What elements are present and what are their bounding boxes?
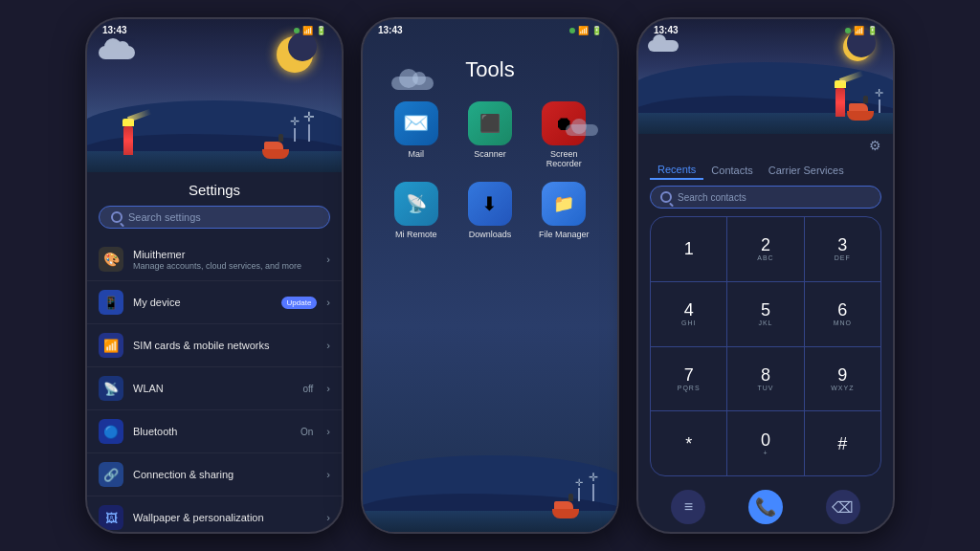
conn-texts: Connection & sharing — [133, 469, 317, 480]
bt-icon: 🔵 — [99, 419, 123, 444]
windmill-pole-1a — [308, 124, 310, 142]
key-0-num: 0 — [761, 431, 770, 449]
lighthouse-top-1 — [122, 119, 134, 126]
app-mail[interactable]: ✉️ Mail — [386, 101, 446, 168]
key-5[interactable]: 5 JKL — [727, 282, 804, 346]
windmill-1a: ✛ — [303, 109, 315, 142]
gear-icon[interactable]: ⚙ — [869, 138, 881, 153]
dialer-search-icon — [660, 191, 672, 203]
network-dot-1 — [294, 28, 300, 33]
call-button[interactable]: 📞 — [748, 490, 783, 524]
phone-home: 13:43 📶 🔋 — [361, 17, 619, 534]
home-hills: ✛ ✛ — [363, 436, 617, 532]
menu-button[interactable]: ≡ — [671, 490, 705, 524]
status-icons-1: 📶 🔋 — [294, 26, 326, 35]
network-dot-3 — [845, 28, 851, 33]
home-water — [363, 511, 617, 532]
ship-3 — [847, 103, 874, 121]
search-placeholder: Search settings — [128, 211, 201, 223]
sim-texts: SIM cards & mobile networks — [133, 340, 317, 351]
ship-chimney-1 — [278, 134, 283, 142]
key-8[interactable]: 8 TUV — [727, 347, 804, 411]
key-2-alpha: ABC — [757, 254, 773, 261]
dialer-tabs: Recents Contacts Carrier Services — [638, 153, 893, 186]
mydevice-texts: My device — [133, 297, 272, 308]
wall-icon: 🖼 — [99, 505, 123, 530]
key-hash[interactable]: # — [805, 411, 880, 475]
key-1[interactable]: 1 — [651, 217, 727, 281]
ship-chimney-3 — [863, 96, 868, 103]
key-3[interactable]: 3 DEF — [805, 217, 880, 281]
settings-item-wallpaper[interactable]: 🖼 Wallpaper & personalization › — [87, 496, 342, 534]
key-9[interactable]: 9 WXYZ — [805, 347, 880, 411]
bt-arrow: › — [326, 426, 330, 437]
lighthouse-3 — [835, 80, 845, 117]
home-ship-chimney — [568, 494, 573, 501]
home-windmill-2: ✛ — [575, 477, 583, 501]
settings-item-bluetooth[interactable]: 🔵 Bluetooth On › — [87, 410, 342, 453]
key-0[interactable]: 0 + — [727, 411, 804, 475]
status-time-3: 13:43 — [654, 25, 679, 35]
lighthouse-body-3 — [835, 88, 845, 117]
wlan-value: off — [302, 384, 313, 394]
app-filemanager[interactable]: 📁 File Manager — [534, 182, 594, 239]
settings-item-mydevice[interactable]: 📱 My device Update › — [87, 281, 342, 324]
miuithemer-texts: Miuithemer Manage accounts, cloud servic… — [133, 249, 317, 271]
app-scanner[interactable]: ⬛ Scanner — [459, 101, 520, 168]
phone-dialer: 13:43 📶 🔋 ✛ — [636, 17, 895, 534]
ship-top-1 — [264, 142, 283, 149]
settings-item-wlan[interactable]: 📡 WLAN off › — [87, 367, 342, 410]
wlan-title: WLAN — [133, 383, 293, 394]
app-downloads[interactable]: ⬇ Downloads — [459, 182, 520, 239]
key-6[interactable]: 6 MNO — [805, 282, 880, 346]
status-icons-3: 📶 🔋 — [845, 26, 878, 35]
key-4[interactable]: 4 GHI — [651, 282, 727, 346]
app-remote[interactable]: 📡 Mi Remote — [386, 182, 446, 239]
numpad-row-4: * 0 + # — [651, 411, 880, 475]
signal-icon-1: 📶 — [302, 26, 313, 35]
tab-carrier[interactable]: Carrier Services — [761, 162, 852, 179]
numpad-row-1: 1 2 ABC 3 DEF — [651, 217, 880, 282]
key-7[interactable]: 7 PQRS — [651, 347, 727, 411]
miuithemer-sub: Manage accounts, cloud services, and mor… — [133, 261, 317, 271]
tab-recents[interactable]: Recents — [650, 161, 703, 180]
miuithemer-title: Miuithemer — [133, 249, 317, 260]
settings-item-sim[interactable]: 📶 SIM cards & mobile networks › — [87, 324, 342, 367]
windmill-1b: ✛ — [290, 115, 300, 142]
key-star-num: * — [685, 435, 692, 452]
key-8-alpha: TUV — [757, 385, 773, 391]
settings-item-miuithemer[interactable]: 🎨 Miuithemer Manage accounts, cloud serv… — [87, 238, 342, 281]
mydevice-badge: Update — [281, 297, 318, 309]
backspace-button[interactable]: ⌫ — [826, 490, 860, 524]
key-3-num: 3 — [837, 236, 847, 253]
filemanager-icon: 📁 — [542, 182, 586, 226]
home-cloud-1 — [391, 77, 434, 90]
settings-item-connection[interactable]: 🔗 Connection & sharing › — [87, 453, 342, 496]
key-3-alpha: DEF — [835, 254, 851, 261]
search-bar[interactable]: Search settings — [99, 206, 330, 229]
signal-icon-2: 📶 — [578, 26, 589, 35]
key-5-alpha: JKL — [758, 320, 772, 326]
home-ship — [552, 501, 579, 518]
key-0-alpha: + — [763, 450, 768, 456]
key-star[interactable]: * — [651, 411, 727, 475]
numpad-row-2: 4 GHI 5 JKL 6 MNO — [651, 282, 880, 347]
dialer-top-bar: ⚙ — [638, 134, 893, 153]
battery-icon-3: 🔋 — [867, 26, 878, 35]
settings-screen: Settings Search settings 🎨 Miuithemer Ma… — [87, 172, 342, 534]
ship-body-3 — [847, 111, 874, 121]
dialer-search-bar[interactable]: Search contacts — [650, 186, 881, 209]
key-1-num: 1 — [684, 240, 694, 257]
numpad: 1 2 ABC 3 DEF 4 GHI 5 J — [650, 216, 881, 476]
windmill-pole-1b — [294, 128, 296, 142]
conn-title: Connection & sharing — [133, 469, 317, 480]
key-2[interactable]: 2 ABC — [727, 217, 804, 281]
status-bar-3: 13:43 📶 🔋 — [638, 19, 893, 37]
key-9-alpha: WXYZ — [831, 385, 854, 391]
remote-label: Mi Remote — [395, 230, 437, 239]
signal-icon-3: 📶 — [854, 26, 864, 35]
miuithemer-icon: 🎨 — [99, 247, 123, 272]
tab-contacts[interactable]: Contacts — [703, 162, 760, 179]
mydevice-arrow: › — [326, 297, 330, 308]
status-icons-2: 📶 🔋 — [569, 26, 602, 35]
